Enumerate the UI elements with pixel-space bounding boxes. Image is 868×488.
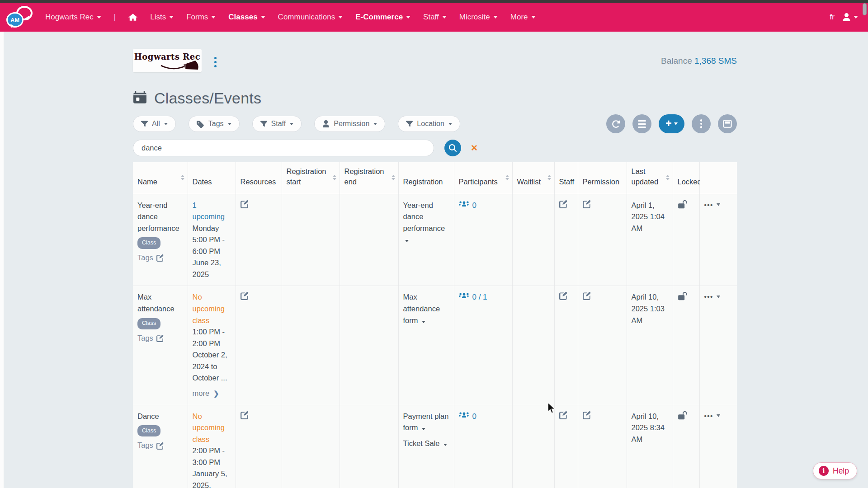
nav-item-communications[interactable]: Communications [278, 13, 343, 22]
cell-last-updated: April 10, 2025 1:03 AM [627, 286, 673, 405]
help-button[interactable]: i Help [813, 462, 857, 479]
upcoming-link[interactable]: 1 upcoming [193, 200, 231, 223]
lock-open-icon[interactable] [678, 291, 687, 300]
cell-locked [673, 286, 699, 405]
activity-name[interactable]: Dance [137, 411, 183, 422]
search-input[interactable] [133, 140, 434, 156]
sort-icon [333, 175, 336, 180]
registration-form-link[interactable]: Max attendance form [403, 291, 449, 326]
edit-resources-button[interactable] [241, 291, 249, 304]
brand-initials: AM [6, 12, 24, 28]
chevron-down-icon [406, 16, 410, 19]
more-dates-link[interactable]: more❯ [193, 388, 231, 399]
cell-registration-start [282, 286, 340, 405]
chevron-down-icon [211, 16, 216, 19]
filter-location-button[interactable]: Location [398, 116, 460, 132]
registration-form-link[interactable]: Year-end dance performance [403, 200, 449, 246]
participants-link[interactable]: 0 / 1 [459, 291, 508, 303]
edit-permission-button[interactable] [583, 411, 591, 423]
edit-staff-button[interactable] [559, 291, 568, 304]
participants-link[interactable]: 0 [459, 200, 508, 211]
funnel-icon [406, 121, 413, 127]
search-button[interactable] [444, 140, 461, 156]
column-header-registration-end[interactable]: Registration end [340, 162, 398, 194]
cell-actions: ••• [699, 405, 737, 488]
column-header-waitlist[interactable]: Waitlist [512, 162, 554, 194]
lock-open-icon[interactable] [678, 200, 687, 209]
filter-tags-button[interactable]: Tags [189, 116, 240, 132]
add-button[interactable]: + [659, 114, 684, 133]
nav-org-menu[interactable]: Hogwarts Rec [45, 13, 101, 22]
participants-link[interactable]: 0 [459, 411, 508, 422]
column-header-participants[interactable]: Participants [454, 162, 512, 194]
edit-resources-button[interactable] [241, 200, 249, 212]
lock-open-icon[interactable] [678, 411, 687, 420]
filter-all-button[interactable]: All [133, 116, 176, 132]
edit-icon [583, 200, 591, 208]
edit-permission-button[interactable] [583, 200, 591, 212]
chevron-down-icon [169, 16, 174, 19]
column-header-staff[interactable]: Staff [554, 162, 578, 194]
organization-logo[interactable]: Hogwarts Rec [133, 49, 202, 72]
tags-edit[interactable]: Tags [137, 252, 183, 264]
registration-form-link[interactable]: Ticket Sale [403, 438, 449, 450]
sms-balance[interactable]: Balance 1,368 SMS [661, 56, 737, 66]
nav-item-classes[interactable]: Classes [228, 13, 265, 22]
cell-locked [673, 405, 699, 488]
row-actions-menu[interactable]: ••• [704, 291, 733, 302]
cell-last-updated: April 10, 2025 8:34 AM [627, 405, 673, 488]
filter-staff-button[interactable]: Staff [252, 116, 302, 132]
nav-item-lists[interactable]: Lists [150, 13, 174, 22]
row-actions-menu[interactable]: ••• [704, 200, 733, 210]
column-header-resources[interactable]: Resources [236, 162, 282, 194]
row-actions-menu[interactable]: ••• [704, 411, 733, 421]
activity-name[interactable]: Year-end dance performance [137, 200, 183, 235]
column-header-registration-start[interactable]: Registration start [282, 162, 340, 194]
cell-participants: 0 [454, 194, 512, 286]
nav-item-forms[interactable]: Forms [186, 13, 216, 22]
chevron-down-icon [422, 321, 425, 323]
nav-item-ecommerce[interactable]: E-Commerce [355, 13, 410, 22]
nav-item-more[interactable]: More [510, 13, 536, 22]
amilia-logo[interactable]: AM [5, 5, 33, 29]
tags-edit[interactable]: Tags [137, 440, 183, 451]
org-options-kebab-icon[interactable] [212, 55, 218, 69]
column-header-name[interactable]: Name [133, 162, 188, 194]
nav-divider: | [114, 13, 116, 22]
cell-actions: ••• [699, 194, 737, 286]
dates-text: Monday 5:00 PM - 6:00 PM June 23, 2025 [193, 223, 231, 281]
column-header-registration[interactable]: Registration [398, 162, 454, 194]
participants-icon [459, 411, 469, 419]
column-header-locked[interactable]: Locked [673, 162, 699, 194]
edit-staff-button[interactable] [559, 200, 568, 212]
save-view-button[interactable] [718, 114, 737, 133]
clear-search-button[interactable]: ✕ [471, 143, 478, 153]
nav-item-staff[interactable]: Staff [423, 13, 447, 22]
column-header-dates[interactable]: Dates [188, 162, 236, 194]
filter-permission-button[interactable]: Permission [314, 116, 385, 132]
cell-dates: No upcoming class 2:00 PM - 3:00 PM Janu… [188, 405, 236, 488]
refresh-button[interactable] [606, 114, 625, 133]
activity-name[interactable]: Max attendance [137, 291, 183, 314]
edit-permission-button[interactable] [583, 291, 591, 304]
no-upcoming-warning: No upcoming class [193, 411, 231, 446]
edit-staff-button[interactable] [559, 411, 568, 423]
table-header-row: Name Dates Resources Registration start … [133, 162, 737, 194]
nav-right: fr [830, 13, 858, 22]
nav-home[interactable] [128, 13, 137, 21]
list-view-button[interactable] [632, 114, 651, 133]
more-options-button[interactable] [692, 114, 711, 133]
account-menu[interactable] [843, 13, 858, 21]
registration-form-link[interactable]: Payment plan form [403, 411, 449, 434]
edit-resources-button[interactable] [241, 411, 249, 423]
top-navbar: AM Hogwarts Rec | Lists Forms Classes Co… [0, 3, 868, 32]
scrollbar-thumb[interactable] [863, 3, 867, 15]
cell-permission [578, 194, 627, 286]
nav-item-microsite[interactable]: Microsite [459, 13, 498, 22]
funnel-icon [141, 121, 148, 127]
ellipsis-icon: ••• [704, 411, 713, 421]
tags-edit[interactable]: Tags [137, 333, 183, 344]
column-header-last-updated[interactable]: Last updated [627, 162, 673, 194]
column-header-permission[interactable]: Permission [578, 162, 627, 194]
language-switcher[interactable]: fr [830, 13, 835, 22]
